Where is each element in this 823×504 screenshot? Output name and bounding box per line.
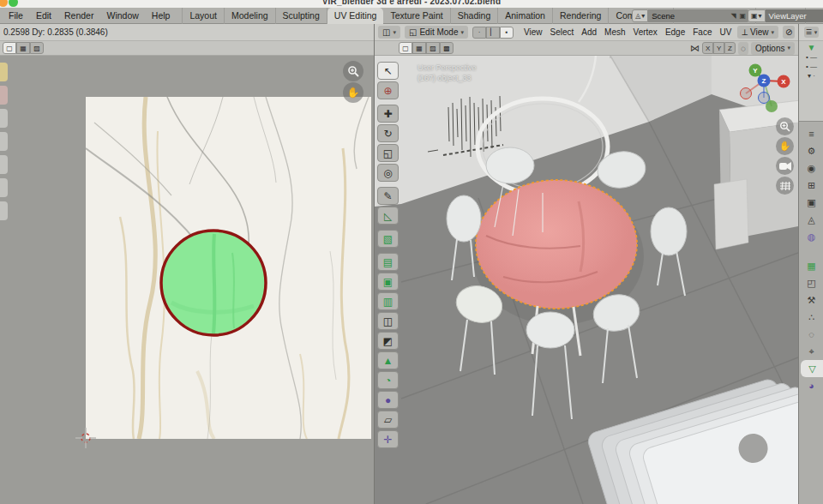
mode-new[interactable]: ▢ [399,42,412,54]
tool-add-cube[interactable]: ▧ [377,230,399,248]
camera-view-icon[interactable] [776,157,794,175]
viewlayer-selector[interactable]: ▣▾ ViewLayer [748,9,823,22]
mirror-y-button[interactable]: Y [713,42,724,54]
viewport-menu-uv[interactable]: UV [719,27,731,37]
face-select[interactable]: ▪ [500,27,514,39]
pan-hand-icon[interactable]: ✋ [776,137,794,155]
proportional-editing-button[interactable]: ◌ [738,42,748,55]
uv-tool-select-sliver[interactable] [0,63,8,81]
mode-new[interactable]: ▢ [3,42,16,54]
options-dropdown[interactable]: Options▾ [751,42,795,55]
ptab-world[interactable]: ◍ [799,228,823,245]
workspace-tab-modeling[interactable]: Modeling [225,8,276,24]
uv-pan-hand-icon[interactable]: ✋ [343,82,363,103]
ptab-modifiers[interactable]: ⚒ [799,291,823,309]
uv-tool-scale-sliver[interactable] [0,155,8,174]
snap-toggle-button[interactable]: ⊘ [783,26,795,39]
uv-tool-rotate-sliver[interactable] [0,132,8,151]
workspace-tab-shading[interactable]: Shading [451,8,499,24]
tool-edge-slide[interactable]: ▱ [377,411,399,429]
navigation-gizmo[interactable]: Y Z X [736,60,796,115]
tool-extrude-region[interactable]: ▤ [377,253,399,271]
orthographic-grid-icon[interactable] [776,177,794,195]
workspace-tab-uv-editing[interactable]: UV Editing [327,8,384,24]
mode-extend[interactable]: ▦ [412,42,426,54]
ptab-material[interactable]: ◕ [799,377,823,394]
viewport-canvas[interactable]: ↖⊕✚↻◱◎✎◺▧▤▣▥◫◩▲◔●▱✛ User Perspective (16… [375,56,798,504]
mode-extend[interactable]: ▦ [16,42,30,54]
uv-canvas[interactable]: ✋ [0,56,374,504]
viewport-menu-add[interactable]: Add [581,27,597,37]
tool-poly-build[interactable]: ▲ [377,351,399,369]
mode-dropdown[interactable]: ◱ Edit Mode▾ [405,26,468,39]
mode-intersect[interactable]: ▩ [440,42,454,54]
new-scene-icon[interactable]: ▣ [740,12,747,20]
zoom-icon[interactable] [776,117,794,135]
scene-selector[interactable]: ◬▾ Scene ◥ ▣ [632,9,749,22]
menu-edit[interactable]: Edit [36,10,51,21]
ptab-scene[interactable]: ◬ [799,211,823,228]
ptab-render[interactable]: ◉ [799,159,823,177]
tool-knife[interactable]: ◩ [377,332,399,350]
ptab-collection[interactable]: ▦ [799,257,823,274]
viewport-menu-vertex[interactable]: Vertex [634,27,658,37]
menu-render[interactable]: Render [64,10,93,21]
ptab-output[interactable]: ⊞ [799,177,823,194]
edge-select[interactable]: ▏ [486,27,500,39]
mirror-z-button[interactable]: Z [724,42,736,54]
outliner-item-dot[interactable]: • — [806,52,817,62]
tool-smooth[interactable]: ● [377,391,399,409]
uv-tool-cursor-sliver[interactable] [0,86,8,105]
gizmo-minus-x-axis[interactable] [741,88,752,99]
ptab-object-data[interactable]: ▽ [801,360,823,377]
workspace-tab-rendering[interactable]: Rendering [553,8,609,24]
uv-zoom-icon[interactable] [343,61,363,81]
ptab-object[interactable]: ◰ [799,274,823,291]
menu-file[interactable]: File [9,10,23,21]
ptab-physics[interactable]: ◌ [799,326,823,343]
workspace-tab-sculpting[interactable]: Sculpting [276,8,327,24]
workspace-tab-animation[interactable]: Animation [498,8,553,24]
tool-bevel[interactable]: ▥ [377,292,399,310]
menu-window[interactable]: Window [106,10,138,21]
mirror-x-button[interactable]: X [702,42,713,54]
viewport-menu-face[interactable]: Face [693,27,712,37]
viewlayer-name[interactable]: ViewLayer [769,11,822,21]
tool-box-select[interactable]: ↖ [377,62,399,80]
tool-3d-cursor[interactable]: ⊕ [377,81,399,99]
viewport-menu-select[interactable]: Select [550,27,574,37]
uv-tool-move-sliver[interactable] [0,109,8,128]
tool-transform[interactable]: ◎ [377,164,399,182]
tool-shrink-fatten[interactable]: ✛ [377,430,399,448]
ptab-editor-type[interactable]: ≡ [799,125,823,142]
tool-rotate[interactable]: ↻ [377,124,399,142]
viewport-menu-edge[interactable]: Edge [665,27,685,37]
mode-subtract[interactable]: ▨ [30,42,44,54]
tool-spin[interactable]: ◔ [377,371,399,389]
tool-inset-faces[interactable]: ▣ [377,273,399,291]
uv-tool-annotate-sliver[interactable] [0,178,8,197]
viewlayer-browse-icon[interactable]: ▣▾ [748,9,766,22]
uv-image-marble-texture[interactable] [86,97,371,439]
gizmo-minus-y-axis[interactable] [766,100,778,112]
editor-type-button[interactable]: ◫▾ [378,26,400,39]
workspace-tab-layout[interactable]: Layout [182,8,225,24]
scene-browse-icon[interactable]: ◬▾ [632,9,648,22]
uv-tool-grab-sliver[interactable] [0,201,8,220]
mode-subtract[interactable]: ▨ [426,42,440,54]
viewport-menu-view[interactable]: View [524,27,543,37]
workspace-tab-texture-paint[interactable]: Texture Paint [383,8,450,24]
ptab-constraints[interactable]: ⌖ [799,343,823,360]
transform-orientation-dropdown[interactable]: ⟂ View▾ [737,26,778,39]
outliner-editor-type-button[interactable]: ☰▾ [804,27,820,38]
tool-move[interactable]: ✚ [377,105,399,123]
vertex-select[interactable]: ∙ [472,27,486,39]
tool-loop-cut[interactable]: ◫ [377,312,399,330]
outliner-item-dot[interactable]: • — [806,62,817,71]
outliner-expand-icon[interactable]: ▾ · [808,71,815,81]
outliner-filter-icon[interactable]: ▼ [808,43,816,52]
viewport-menu-mesh[interactable]: Mesh [604,27,625,37]
uv-island-circle[interactable] [161,231,266,335]
scene-name[interactable]: Scene [652,11,727,21]
gizmo-minus-z-axis[interactable] [759,93,770,104]
